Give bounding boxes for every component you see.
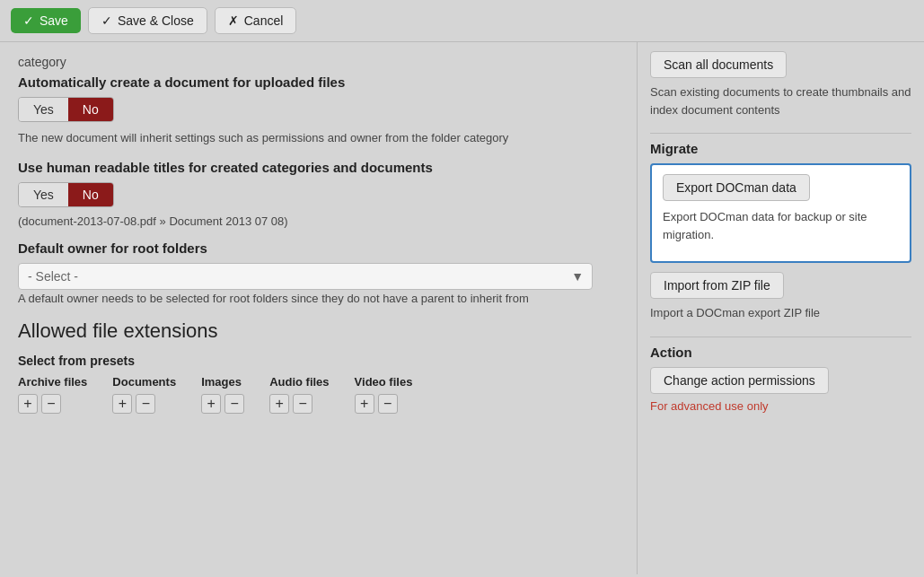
export-desc: Export DOCman data for backup or site mi… <box>663 208 899 243</box>
archive-col: Archive files + − <box>18 375 87 414</box>
cancel-label: Cancel <box>244 13 284 28</box>
presets-label: Select from presets <box>18 354 619 368</box>
archive-minus-btn[interactable]: − <box>41 394 61 414</box>
scan-all-button[interactable]: Scan all documents <box>650 51 787 78</box>
right-panel: Scan all documents Scan existing documen… <box>637 42 924 574</box>
change-permissions-button[interactable]: Change action permissions <box>650 367 829 394</box>
toolbar: ✓ Save ✓ Save & Close ✗ Cancel <box>0 0 924 42</box>
video-plus-btn[interactable]: + <box>355 394 374 414</box>
save-button[interactable]: ✓ Save <box>11 8 81 33</box>
cancel-x-icon: ✗ <box>228 13 239 28</box>
video-col: Video files + − <box>355 375 413 414</box>
images-pm: + − <box>201 394 244 414</box>
divider2 <box>650 337 911 337</box>
archive-header: Archive files <box>18 375 87 389</box>
section1-desc: The new document will inherit settings s… <box>18 129 619 147</box>
documents-col: Documents + − <box>112 375 176 414</box>
breadcrumb-example: (document-2013-07-08.pdf » Document 2013… <box>18 214 619 228</box>
export-card: Export DOCman data Export DOCman data fo… <box>650 163 911 263</box>
action-section: Action Change action permissions For adv… <box>650 345 911 413</box>
migrate-title: Migrate <box>650 141 911 156</box>
export-docman-button[interactable]: Export DOCman data <box>663 174 810 201</box>
archive-plus-btn[interactable]: + <box>18 394 38 414</box>
video-pm: + − <box>355 394 398 414</box>
section2-title: Use human readable titles for created ca… <box>18 160 619 175</box>
scan-section: Scan all documents Scan existing documen… <box>650 51 911 118</box>
save-close-label: Save & Close <box>118 13 194 28</box>
import-zip-button[interactable]: Import from ZIP file <box>650 272 784 299</box>
save-close-check-icon: ✓ <box>101 13 112 28</box>
import-desc: Import a DOCman export ZIP file <box>650 304 911 322</box>
auto-create-no-btn[interactable]: No <box>68 98 113 121</box>
file-ext-columns: Archive files + − Documents + − Images +… <box>18 375 619 414</box>
images-minus-btn[interactable]: − <box>224 394 244 414</box>
breadcrumb: category <box>18 55 619 69</box>
left-panel: category Automatically create a document… <box>0 42 637 574</box>
human-readable-no-btn[interactable]: No <box>68 183 113 206</box>
section1-title: Automatically create a document for uplo… <box>18 74 619 90</box>
human-readable-yes-btn[interactable]: Yes <box>19 183 68 206</box>
action-title: Action <box>650 345 911 360</box>
auto-create-yes-btn[interactable]: Yes <box>19 98 68 121</box>
audio-col: Audio files + − <box>269 375 329 414</box>
save-label: Save <box>40 13 68 28</box>
owner-select[interactable]: - Select - <box>18 263 593 290</box>
migrate-section: Migrate Export DOCman data Export DOCman… <box>650 141 911 322</box>
documents-pm: + − <box>112 394 155 414</box>
save-check-icon: ✓ <box>23 13 34 28</box>
scan-desc: Scan existing documents to create thumbn… <box>650 83 911 118</box>
audio-header: Audio files <box>269 375 329 389</box>
audio-pm: + − <box>269 394 312 414</box>
audio-plus-btn[interactable]: + <box>269 394 289 414</box>
divider1 <box>650 133 911 134</box>
main-layout: category Automatically create a document… <box>0 42 924 574</box>
select-wrapper: - Select - ▼ <box>18 263 593 290</box>
audio-minus-btn[interactable]: − <box>293 394 312 414</box>
documents-header: Documents <box>112 375 176 389</box>
images-plus-btn[interactable]: + <box>201 394 221 414</box>
save-close-button[interactable]: ✓ Save & Close <box>88 7 207 34</box>
archive-pm: + − <box>18 394 61 414</box>
cancel-button[interactable]: ✗ Cancel <box>215 7 297 34</box>
images-col: Images + − <box>201 375 244 414</box>
documents-plus-btn[interactable]: + <box>112 394 132 414</box>
video-minus-btn[interactable]: − <box>378 394 398 414</box>
section3-title: Default owner for root folders <box>18 240 619 256</box>
advanced-label: For advanced use only <box>650 399 911 413</box>
images-header: Images <box>201 375 242 389</box>
human-readable-toggle: Yes No <box>18 182 114 207</box>
allowed-ext-heading: Allowed file extensions <box>18 319 619 343</box>
documents-minus-btn[interactable]: − <box>136 394 155 414</box>
select-desc: A default owner needs to be selected for… <box>18 290 619 308</box>
auto-create-toggle: Yes No <box>18 97 114 122</box>
video-header: Video files <box>355 375 413 389</box>
